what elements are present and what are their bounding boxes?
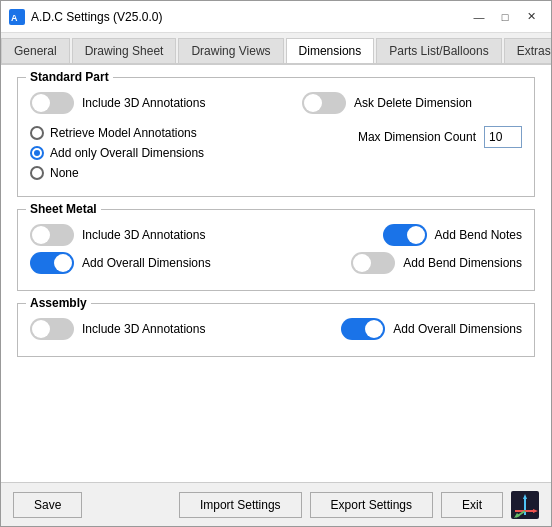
import-settings-button[interactable]: Import Settings (179, 492, 302, 518)
sheet-metal-section: Sheet Metal Include 3D Annotations Add B… (17, 209, 535, 291)
add-bend-notes-label: Add Bend Notes (435, 228, 522, 242)
export-settings-button[interactable]: Export Settings (310, 492, 433, 518)
minimize-button[interactable]: — (467, 7, 491, 27)
include3d-toggle-standard[interactable] (30, 92, 74, 114)
add-overall-radio-input[interactable] (30, 146, 44, 160)
tab-general[interactable]: General (1, 38, 70, 63)
tab-bar: General Drawing Sheet Drawing Views Dime… (1, 33, 551, 65)
add-bend-notes-toggle[interactable] (383, 224, 427, 246)
add-overall-label-sheetmetal: Add Overall Dimensions (82, 256, 211, 270)
add-overall-toggle-assembly[interactable] (341, 318, 385, 340)
none-radio[interactable]: None (30, 166, 205, 180)
app-icon: A (9, 9, 25, 25)
include3d-toggle-assembly[interactable] (30, 318, 74, 340)
include3d-label-sheetmetal: Include 3D Annotations (82, 228, 205, 242)
sheet-metal-row1: Include 3D Annotations Add Bend Notes (30, 224, 522, 246)
standard-part-section: Standard Part Include 3D Annotations Ret… (17, 77, 535, 197)
standard-part-content: Include 3D Annotations Retrieve Model An… (30, 92, 522, 180)
add-bend-dim-label: Add Bend Dimensions (403, 256, 522, 270)
max-dim-row: Max Dimension Count (358, 126, 522, 148)
save-button[interactable]: Save (13, 492, 82, 518)
sheet-metal-row2: Add Overall Dimensions Add Bend Dimensio… (30, 252, 522, 274)
maximize-button[interactable]: □ (493, 7, 517, 27)
retrieve-radio-input[interactable] (30, 126, 44, 140)
standard-part-right: Ask Delete Dimension Max Dimension Count (302, 92, 522, 154)
bottom-right: Import Settings Export Settings Exit (179, 491, 539, 519)
tab-extras[interactable]: Extras (504, 38, 551, 63)
axis-icon (511, 491, 539, 519)
include3d-row-standard: Include 3D Annotations (30, 92, 205, 114)
include3d-label-assembly: Include 3D Annotations (82, 322, 205, 336)
add-bend-dim-toggle[interactable] (351, 252, 395, 274)
sheet-metal-row1-left: Include 3D Annotations (30, 224, 205, 246)
bottom-bar: Save Import Settings Export Settings Exi… (1, 482, 551, 526)
include3d-label-standard: Include 3D Annotations (82, 96, 205, 110)
retrieve-radio-label: Retrieve Model Annotations (50, 126, 197, 140)
close-button[interactable]: ✕ (519, 7, 543, 27)
tab-parts-list[interactable]: Parts List/Balloons (376, 38, 501, 63)
standard-part-title: Standard Part (26, 70, 113, 84)
sheet-metal-row2-left: Add Overall Dimensions (30, 252, 211, 274)
max-dim-input[interactable] (484, 126, 522, 148)
svg-text:A: A (11, 13, 18, 23)
standard-part-top: Include 3D Annotations Retrieve Model An… (30, 92, 522, 180)
add-overall-radio[interactable]: Add only Overall Dimensions (30, 146, 205, 160)
none-radio-input[interactable] (30, 166, 44, 180)
add-overall-label-assembly: Add Overall Dimensions (393, 322, 522, 336)
exit-button[interactable]: Exit (441, 492, 503, 518)
assembly-row1-left: Include 3D Annotations (30, 318, 205, 340)
add-overall-radio-label: Add only Overall Dimensions (50, 146, 204, 160)
assembly-title: Assembly (26, 296, 91, 310)
ask-delete-label: Ask Delete Dimension (354, 96, 472, 110)
tab-drawing-sheet[interactable]: Drawing Sheet (72, 38, 177, 63)
window-title: A.D.C Settings (V25.0.0) (31, 10, 162, 24)
sheet-metal-row1-right: Add Bend Notes (383, 224, 522, 246)
include3d-toggle-sheetmetal[interactable] (30, 224, 74, 246)
none-radio-label: None (50, 166, 79, 180)
assembly-row1-right: Add Overall Dimensions (341, 318, 522, 340)
assembly-row1: Include 3D Annotations Add Overall Dimen… (30, 318, 522, 340)
sheet-metal-row2-right: Add Bend Dimensions (351, 252, 522, 274)
sheet-metal-title: Sheet Metal (26, 202, 101, 216)
main-window: A A.D.C Settings (V25.0.0) — □ ✕ General… (0, 0, 552, 527)
add-overall-toggle-sheetmetal[interactable] (30, 252, 74, 274)
title-controls: — □ ✕ (467, 7, 543, 27)
content-area: Standard Part Include 3D Annotations Ret… (1, 65, 551, 482)
sheet-metal-content: Include 3D Annotations Add Bend Notes Ad… (30, 224, 522, 274)
tab-drawing-views[interactable]: Drawing Views (178, 38, 283, 63)
assembly-content: Include 3D Annotations Add Overall Dimen… (30, 318, 522, 340)
assembly-section: Assembly Include 3D Annotations Add Over… (17, 303, 535, 357)
title-bar: A A.D.C Settings (V25.0.0) — □ ✕ (1, 1, 551, 33)
tab-dimensions[interactable]: Dimensions (286, 38, 375, 65)
ask-delete-row: Ask Delete Dimension (302, 92, 472, 114)
retrieve-radio[interactable]: Retrieve Model Annotations (30, 126, 205, 140)
ask-delete-toggle[interactable] (302, 92, 346, 114)
max-dim-label: Max Dimension Count (358, 130, 476, 144)
standard-part-left: Include 3D Annotations Retrieve Model An… (30, 92, 205, 180)
title-bar-left: A A.D.C Settings (V25.0.0) (9, 9, 162, 25)
